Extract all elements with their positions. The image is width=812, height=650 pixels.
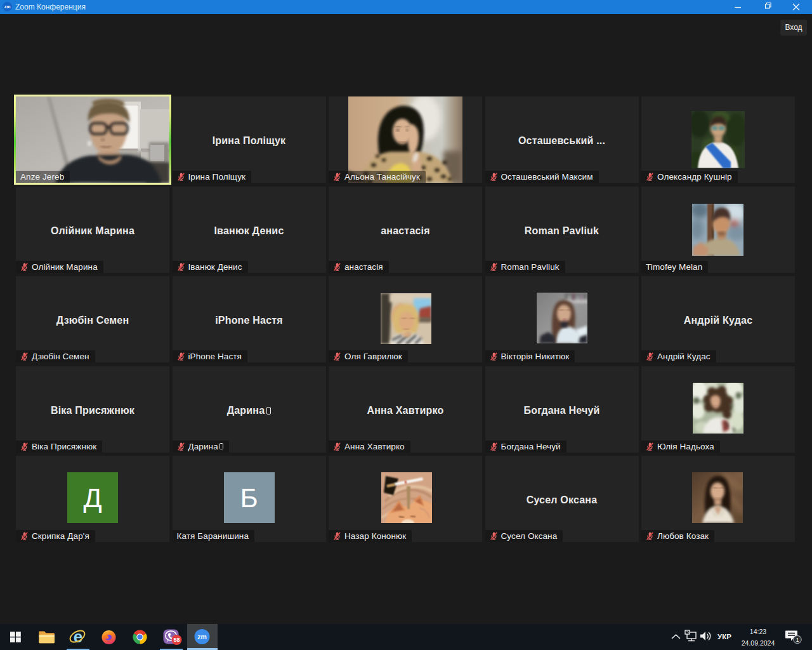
svg-text:1: 1 (796, 637, 799, 643)
svg-text:УКР: УКР (717, 633, 731, 640)
svg-text:zm: zm (197, 633, 207, 640)
svg-text:58: 58 (173, 637, 180, 643)
svg-text:e: e (74, 627, 82, 646)
